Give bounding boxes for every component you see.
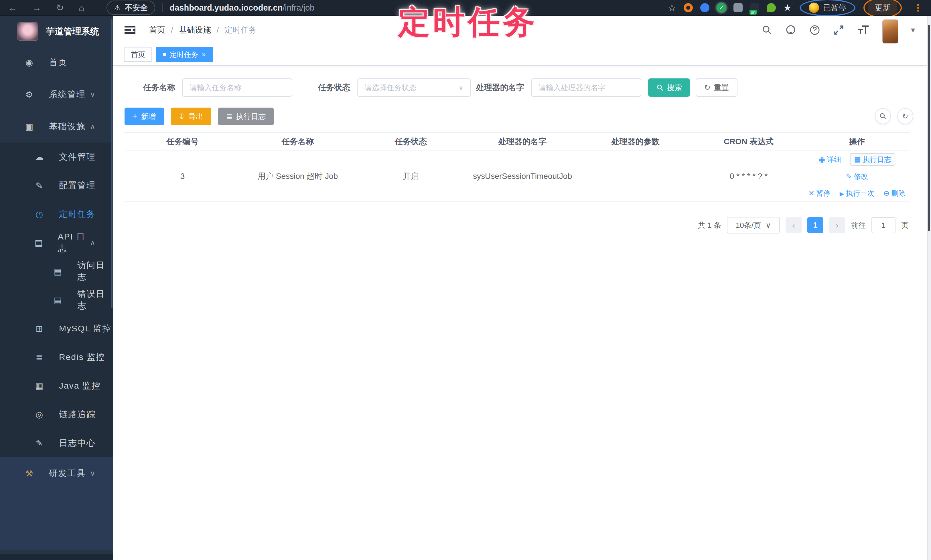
layers-icon [34, 352, 44, 362]
extension-sprout-icon[interactable] [767, 3, 776, 12]
browser-menu-kebab-icon[interactable] [913, 2, 923, 14]
site-security-chip[interactable]: 不安全 [106, 1, 155, 15]
refresh-table-button[interactable] [897, 108, 913, 124]
handler-name-input[interactable] [531, 78, 641, 97]
github-icon[interactable] [785, 24, 797, 36]
detail-link[interactable]: 详细 [819, 155, 841, 163]
tab-home[interactable]: 首页 [124, 47, 152, 62]
help-icon[interactable] [809, 24, 820, 36]
task-name-input[interactable] [182, 78, 292, 97]
user-avatar[interactable] [882, 20, 899, 43]
url-path[interactable]: /infra/job [282, 3, 314, 12]
extension-star-icon[interactable] [783, 2, 792, 13]
goto-page-input[interactable] [871, 217, 896, 233]
cell-task-name: 用户 Session 超时 Job [240, 171, 355, 182]
reset-button[interactable]: 重置 [696, 78, 737, 97]
sidebar-item-mysql-monitor[interactable]: MySQL 监控 [0, 314, 113, 343]
window-scrollbar-track[interactable] [927, 16, 931, 560]
extension-on-badge-icon[interactable] [750, 3, 759, 12]
fullscreen-icon[interactable] [833, 24, 845, 36]
download-icon [179, 112, 185, 121]
sidebar: 芋道管理系统 首页 系统管理 基础设施 文件管理 配置管理 [0, 16, 113, 560]
tab-close-icon[interactable] [202, 50, 206, 58]
sidebar-fold-icon[interactable] [124, 25, 136, 35]
extension-green-check-icon[interactable] [717, 3, 726, 12]
log-icon [34, 238, 43, 248]
cell-task-status: 开启 [355, 171, 467, 182]
search-icon[interactable] [761, 25, 772, 35]
window-scrollbar-thumb[interactable] [928, 25, 930, 231]
filter-form: 任务名称 任务状态 请选择任务状态 处理器的名字 搜索 重置 [113, 78, 931, 97]
breadcrumb-infrastructure[interactable]: 基础设施 [179, 25, 211, 35]
sidebar-item-error-log[interactable]: 错误日志 [0, 286, 113, 314]
pause-icon [808, 189, 814, 197]
pause-link[interactable]: 暂停 [808, 189, 831, 197]
sidebar-item-java-monitor[interactable]: Java 监控 [0, 371, 113, 400]
hide-search-button[interactable] [875, 108, 891, 124]
sidebar-item-log-center[interactable]: 日志中心 [0, 429, 113, 457]
breadcrumb-home[interactable]: 首页 [149, 25, 165, 35]
warning-icon [114, 3, 120, 12]
sidebar-item-redis-monitor[interactable]: Redis 监控 [0, 343, 113, 371]
tab-scheduled-tasks[interactable]: 定时任务 [156, 47, 213, 62]
app-logo-row[interactable]: 芋道管理系统 [0, 16, 113, 46]
bookmark-star-icon[interactable] [667, 2, 676, 14]
sidebar-item-scheduled-tasks[interactable]: 定时任务 [0, 200, 113, 228]
refresh-icon [704, 83, 711, 92]
browser-chrome: 不安全 dashboard.yudao.iocoder.cn /infra/jo… [0, 0, 931, 16]
run-once-link[interactable]: 执行一次 [840, 189, 874, 197]
sidebar-item-dev-tools[interactable]: 研发工具 [0, 457, 113, 489]
browser-reload-icon[interactable] [56, 3, 64, 12]
col-handler-param: 处理器的参数 [578, 136, 693, 147]
active-tab-dot [163, 53, 166, 56]
select-chevron-icon [458, 83, 464, 92]
exec-log-button[interactable]: 执行日志 [218, 108, 274, 125]
col-task-status: 任务状态 [355, 136, 467, 147]
current-page-button[interactable]: 1 [807, 217, 823, 233]
prev-page-button[interactable] [786, 217, 802, 233]
cell-actions: 详细 执行日志 修改 暂停 执行一次 删除 [805, 151, 909, 202]
log-icon [854, 155, 861, 163]
page-size-select[interactable]: 10条/页 [727, 217, 780, 234]
sidebar-item-infrastructure[interactable]: 基础设施 [0, 111, 113, 143]
browser-home-icon[interactable] [79, 3, 84, 12]
sidebar-item-system-mgmt[interactable]: 系统管理 [0, 78, 113, 111]
task-status-select[interactable]: 请选择任务状态 [357, 78, 471, 97]
cell-cron: 0 * * * * ? * [693, 172, 805, 181]
profile-paused-pill[interactable]: 已暂停 [803, 2, 852, 14]
document-icon [53, 295, 62, 305]
browser-back-icon[interactable] [8, 3, 17, 12]
export-button[interactable]: 导出 [171, 108, 211, 125]
modify-link[interactable]: 修改 [846, 172, 868, 180]
sidebar-item-home[interactable]: 首页 [0, 46, 113, 78]
search-button[interactable]: 搜索 [648, 78, 690, 97]
sidebar-item-file-mgmt[interactable]: 文件管理 [0, 143, 113, 171]
avatar-caret-icon[interactable] [911, 25, 915, 35]
browser-forward-icon[interactable] [32, 3, 41, 12]
delete-link[interactable]: 删除 [883, 189, 906, 197]
next-page-button[interactable] [829, 217, 845, 233]
extension-orange-icon[interactable] [684, 3, 693, 12]
font-size-icon[interactable] [857, 24, 870, 36]
browser-update-button[interactable]: 更新 [868, 0, 897, 15]
jobs-table: 任务编号 任务名称 任务状态 处理器的名字 处理器的参数 CRON 表达式 操作… [125, 132, 909, 202]
sidebar-item-access-log[interactable]: 访问日志 [0, 257, 113, 286]
col-task-name: 任务名称 [240, 136, 355, 147]
extension-blue-icon[interactable] [700, 3, 709, 12]
sidebar-item-trace[interactable]: 链路追踪 [0, 400, 113, 429]
sidebar-item-config-mgmt[interactable]: 配置管理 [0, 171, 113, 200]
sidebar-item-api-log[interactable]: API 日志 [0, 228, 113, 257]
url-host[interactable]: dashboard.yudao.iocoder.cn [170, 3, 282, 12]
page-unit-label: 页 [901, 220, 909, 230]
cell-task-id: 3 [125, 172, 240, 181]
row-exec-log-link[interactable]: 执行日志 [850, 153, 895, 166]
paused-badge: 已暂停 [823, 3, 846, 13]
chevron-up-icon [90, 238, 96, 247]
add-button[interactable]: 新增 [125, 108, 164, 125]
gear-icon [24, 89, 34, 100]
extension-puzzle-icon[interactable] [734, 3, 743, 12]
main-content: 首页 / 基础设施 / 定时任务 [113, 16, 931, 560]
sidebar-bottom-strip [0, 554, 113, 560]
page-header: 首页 / 基础设施 / 定时任务 [113, 16, 931, 43]
sidebar-scrollbar-thumb[interactable] [111, 19, 113, 308]
